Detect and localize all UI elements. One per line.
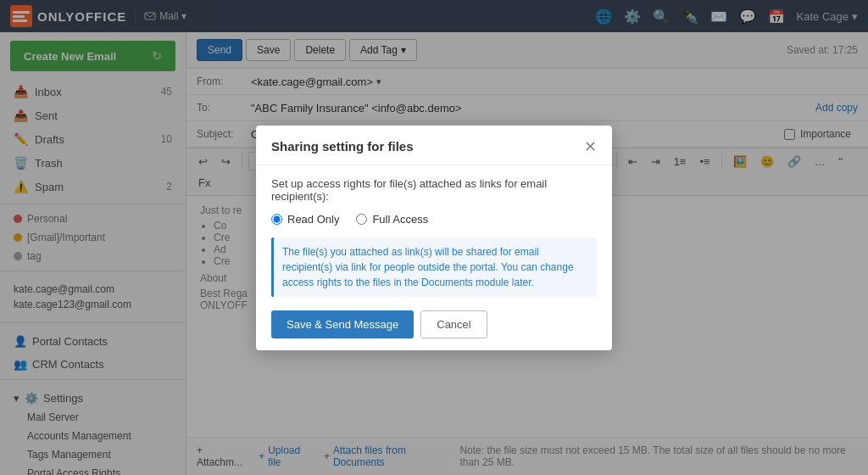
full-access-label: Full Access xyxy=(372,213,428,226)
modal-body: Set up access rights for file(s) attache… xyxy=(256,165,612,350)
access-rights-group: Read Only Full Access xyxy=(271,213,597,226)
cancel-button[interactable]: Cancel xyxy=(420,310,487,338)
modal-overlay: Sharing setting for files ✕ Set up acces… xyxy=(0,0,868,475)
save-send-button[interactable]: Save & Send Message xyxy=(271,310,414,338)
read-only-label: Read Only xyxy=(287,213,339,226)
full-access-radio[interactable] xyxy=(356,214,367,225)
read-only-radio[interactable] xyxy=(271,214,282,225)
modal-note: The file(s) you attached as link(s) will… xyxy=(271,238,597,297)
read-only-option[interactable]: Read Only xyxy=(271,213,339,226)
modal-close-button[interactable]: ✕ xyxy=(584,137,597,156)
full-access-option[interactable]: Full Access xyxy=(356,213,428,226)
modal-footer: Save & Send Message Cancel xyxy=(271,310,597,338)
modal-description: Set up access rights for file(s) attache… xyxy=(271,177,597,203)
sharing-settings-modal: Sharing setting for files ✕ Set up acces… xyxy=(256,126,612,350)
modal-header: Sharing setting for files ✕ xyxy=(256,126,612,165)
modal-title: Sharing setting for files xyxy=(271,139,414,154)
